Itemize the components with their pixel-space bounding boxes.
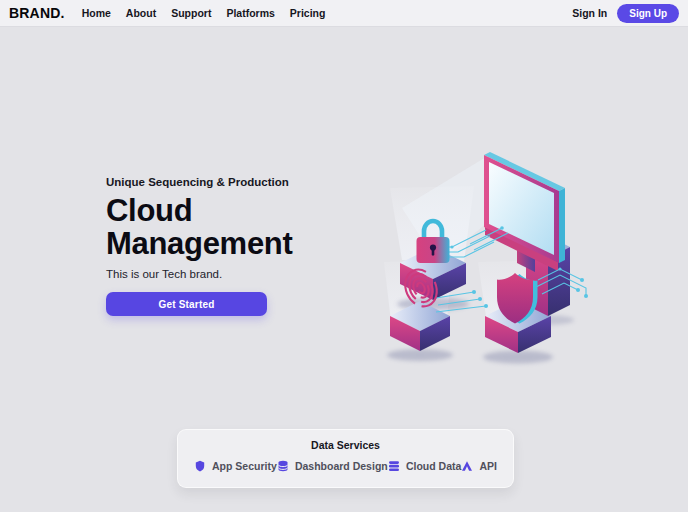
main-nav: Home About Support Platforms Pricing bbox=[82, 7, 326, 19]
hero-heading: Cloud Management bbox=[106, 194, 322, 260]
service-label: App Security bbox=[212, 460, 277, 472]
shield-icon bbox=[194, 460, 206, 472]
navbar-actions: Sign In Sign Up bbox=[572, 4, 679, 23]
service-item-dashboard-design[interactable]: Dashboard Design bbox=[277, 460, 388, 472]
sign-up-button[interactable]: Sign Up bbox=[617, 4, 679, 23]
service-item-api[interactable]: API bbox=[461, 460, 497, 472]
landing-page: BRAND. Home About Support Platforms Pric… bbox=[0, 0, 688, 512]
services-title: Data Services bbox=[178, 439, 513, 451]
navbar: BRAND. Home About Support Platforms Pric… bbox=[0, 0, 688, 27]
sign-in-link[interactable]: Sign In bbox=[572, 7, 607, 19]
database-icon bbox=[277, 460, 289, 472]
service-label: API bbox=[479, 460, 497, 472]
service-label: Dashboard Design bbox=[295, 460, 388, 472]
hero-subheading: This is our Tech brand. bbox=[106, 268, 336, 280]
service-item-app-security[interactable]: App Security bbox=[194, 460, 277, 472]
data-services-card: Data Services App Security Dashboard Des… bbox=[177, 429, 514, 488]
nav-link-about[interactable]: About bbox=[126, 7, 156, 19]
get-started-button[interactable]: Get Started bbox=[106, 292, 267, 316]
api-caret-icon bbox=[461, 460, 473, 472]
hero-copy: Unique Sequencing & Production Cloud Man… bbox=[106, 176, 336, 316]
service-item-cloud-data[interactable]: Cloud Data bbox=[388, 460, 461, 472]
nav-link-support[interactable]: Support bbox=[171, 7, 211, 19]
nav-link-home[interactable]: Home bbox=[82, 7, 111, 19]
server-stack-icon bbox=[388, 460, 400, 472]
monitor-illustration bbox=[484, 152, 565, 272]
service-label: Cloud Data bbox=[406, 460, 461, 472]
services-row: App Security Dashboard Design bbox=[178, 451, 513, 472]
nav-link-platforms[interactable]: Platforms bbox=[226, 7, 274, 19]
hero-eyebrow: Unique Sequencing & Production bbox=[106, 176, 336, 188]
hero-illustration bbox=[390, 148, 590, 363]
brand-logo[interactable]: BRAND. bbox=[9, 5, 65, 21]
nav-link-pricing[interactable]: Pricing bbox=[290, 7, 326, 19]
